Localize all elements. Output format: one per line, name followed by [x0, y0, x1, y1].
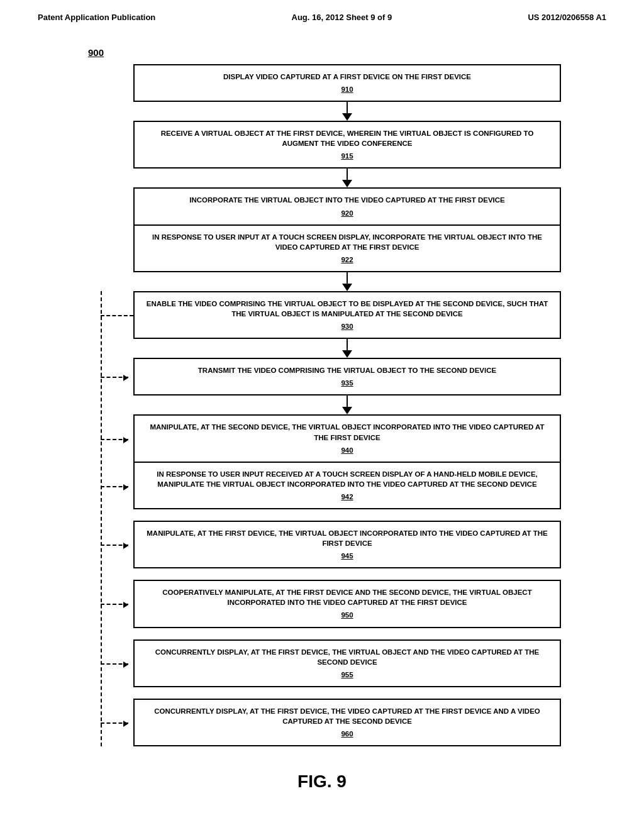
box-930-wrapper: ENABLE THE VIDEO COMPRISING THE VIRTUAL …	[133, 291, 561, 339]
diagram-label: 900	[88, 47, 104, 58]
hdash-942	[101, 486, 128, 487]
hdash-960	[101, 722, 128, 724]
box-935-number: 935	[144, 378, 550, 388]
box-920: INCORPORATE THE VIRTUAL OBJECT INTO THE …	[133, 187, 561, 225]
arrow-line	[347, 272, 348, 284]
bracket-section: ENABLE THE VIDEO COMPRISING THE VIRTUAL …	[133, 291, 561, 746]
box-922: IN RESPONSE TO USER INPUT AT A TOUCH SCR…	[133, 226, 561, 272]
box-945-number: 945	[144, 551, 550, 561]
box-945: MANIPULATE, AT THE FIRST DEVICE, THE VIR…	[133, 521, 561, 568]
box-942: IN RESPONSE TO USER INPUT RECEIVED AT A …	[133, 463, 561, 509]
box-915-text: RECEIVE A VIRTUAL OBJECT AT THE FIRST DE…	[161, 130, 534, 147]
box-940-wrapper: MANIPULATE, AT THE SECOND DEVICE, THE VI…	[133, 414, 561, 462]
arrow-right-955	[123, 661, 128, 668]
box-960-wrapper: CONCURRENTLY DISPLAY, AT THE FIRST DEVIC…	[133, 699, 561, 746]
box-915-number: 915	[144, 151, 550, 161]
spacer	[133, 568, 561, 580]
header-middle: Aug. 16, 2012 Sheet 9 of 9	[292, 13, 392, 22]
header-left: Patent Application Publication	[38, 13, 155, 22]
box-935-wrapper: TRANSMIT THE VIDEO COMPRISING THE VIRTUA…	[133, 358, 561, 396]
box-960-text: CONCURRENTLY DISPLAY, AT THE FIRST DEVIC…	[154, 707, 540, 725]
box-922-number: 922	[144, 255, 550, 265]
box-950-text: COOPERATIVELY MANIPULATE, AT THE FIRST D…	[162, 589, 531, 606]
arrow-right-945	[123, 543, 128, 549]
arrow-right-935	[123, 375, 128, 381]
spacer	[133, 509, 561, 521]
arrow-line	[347, 169, 348, 180]
box-940-number: 940	[144, 445, 550, 455]
box-915: RECEIVE A VIRTUAL OBJECT AT THE FIRST DE…	[133, 121, 561, 169]
box-930-number: 930	[144, 321, 550, 331]
box-930: ENABLE THE VIDEO COMPRISING THE VIRTUAL …	[133, 291, 561, 339]
box-960: CONCURRENTLY DISPLAY, AT THE FIRST DEVIC…	[133, 699, 561, 746]
hdash-945	[101, 545, 128, 546]
box-955-wrapper: CONCURRENTLY DISPLAY, AT THE FIRST DEVIC…	[133, 639, 561, 687]
arrow-line	[347, 396, 348, 407]
box-950-wrapper: COOPERATIVELY MANIPULATE, AT THE FIRST D…	[133, 580, 561, 628]
arrow-down	[342, 284, 352, 291]
spacer	[133, 687, 561, 699]
box-930-text: ENABLE THE VIDEO COMPRISING THE VIRTUAL …	[147, 300, 548, 318]
arrow-down	[342, 113, 352, 121]
box-942-text: IN RESPONSE TO USER INPUT RECEIVED AT A …	[157, 470, 538, 488]
flowchart-diagram: 900 DISPLAY VIDEO CAPTURED AT A FIRST DE…	[88, 47, 606, 746]
arrow-right-960	[123, 721, 128, 727]
box-910-text: DISPLAY VIDEO CAPTURED AT A FIRST DEVICE…	[223, 73, 471, 80]
box-945-wrapper: MANIPULATE, AT THE FIRST DEVICE, THE VIR…	[133, 521, 561, 568]
hdash-940	[101, 439, 128, 440]
box-960-number: 960	[144, 729, 550, 739]
box-955-text: CONCURRENTLY DISPLAY, AT THE FIRST DEVIC…	[155, 648, 539, 666]
box-935: TRANSMIT THE VIDEO COMPRISING THE VIRTUA…	[133, 358, 561, 396]
box-935-text: TRANSMIT THE VIDEO COMPRISING THE VIRTUA…	[198, 367, 496, 374]
box-920-text: INCORPORATE THE VIRTUAL OBJECT INTO THE …	[189, 196, 505, 204]
spacer	[133, 628, 561, 639]
hdash-930	[101, 315, 133, 316]
arrow-right-950	[123, 602, 128, 608]
arrow-right-942	[123, 484, 128, 490]
arrow-line	[347, 339, 348, 350]
box-955: CONCURRENTLY DISPLAY, AT THE FIRST DEVIC…	[133, 639, 561, 687]
arrow-down	[342, 350, 352, 358]
hdash-950	[101, 604, 128, 605]
box-955-number: 955	[144, 670, 550, 680]
left-dashed-vertical	[101, 291, 102, 746]
box-942-wrapper: IN RESPONSE TO USER INPUT RECEIVED AT A …	[133, 463, 561, 509]
arrow-line	[347, 102, 348, 113]
hdash-955	[101, 663, 128, 665]
page-header: Patent Application Publication Aug. 16, …	[38, 13, 606, 22]
arrow-right-940	[123, 437, 128, 443]
box-920-number: 920	[144, 208, 550, 218]
box-922-text: IN RESPONSE TO USER INPUT AT A TOUCH SCR…	[152, 233, 542, 251]
hdash-935	[101, 377, 128, 378]
header-right: US 2012/0206558 A1	[528, 13, 606, 22]
box-950-number: 950	[144, 610, 550, 620]
box-942-number: 942	[144, 492, 550, 502]
figure-caption: FIG. 9	[38, 772, 606, 792]
box-940: MANIPULATE, AT THE SECOND DEVICE, THE VI…	[133, 414, 561, 462]
box-910: DISPLAY VIDEO CAPTURED AT A FIRST DEVICE…	[133, 64, 561, 102]
box-910-number: 910	[144, 84, 550, 94]
box-950: COOPERATIVELY MANIPULATE, AT THE FIRST D…	[133, 580, 561, 628]
box-945-text: MANIPULATE, AT THE FIRST DEVICE, THE VIR…	[147, 529, 547, 547]
arrow-down	[342, 180, 352, 187]
arrow-down	[342, 407, 352, 414]
box-940-text: MANIPULATE, AT THE SECOND DEVICE, THE VI…	[150, 423, 544, 441]
